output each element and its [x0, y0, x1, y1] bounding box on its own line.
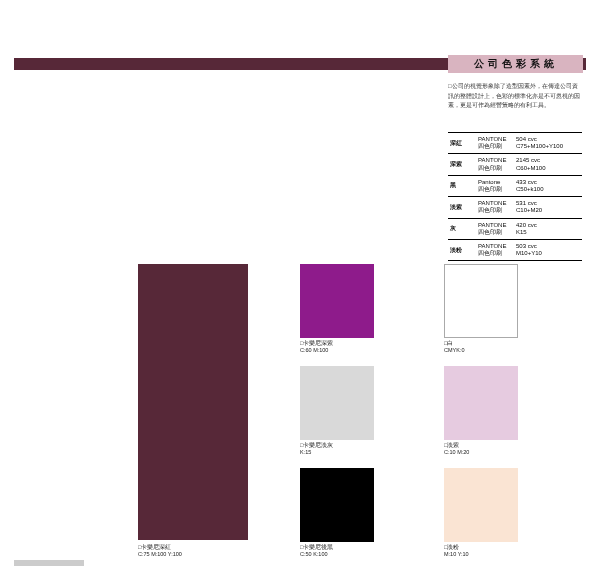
- table-row: 深紫 PANTONE四色印刷 2145 cvcC60+M100: [448, 154, 582, 175]
- swatch-light-grey: □卡樂尼淡灰K:15: [300, 366, 374, 440]
- color-value: 433 cvcC50+k100: [516, 179, 580, 193]
- color-system: PANTONE四色印刷: [478, 136, 516, 150]
- color-system: Pantone四色印刷: [478, 179, 516, 193]
- intro-text: □公司的視覺形象除了造型因素外，在傳達公司資訊的整體設計上，色彩的標準化亦是不可…: [448, 82, 580, 111]
- footer-mark: [14, 560, 84, 566]
- swatch-box: [300, 264, 374, 338]
- swatch-box: [444, 468, 518, 542]
- swatch-deep-purple: □卡樂尼深紫C:60 M:100: [300, 264, 374, 338]
- swatch-label: □卡樂尼淡灰K:15: [300, 442, 374, 456]
- color-system: PANTONE四色印刷: [478, 222, 516, 236]
- color-value: 504 cvcC75+M100+Y100: [516, 136, 580, 150]
- color-spec-table: 深紅 PANTONE四色印刷 504 cvcC75+M100+Y100 深紫 P…: [448, 132, 582, 261]
- color-name: 淡紫: [450, 203, 478, 212]
- swatch-label: □卡樂尼深紫C:60 M:100: [300, 340, 374, 354]
- swatch-box: [300, 366, 374, 440]
- color-name: 淡粉: [450, 246, 478, 255]
- swatch-label: □卡樂尼後黑C:50 K:100: [300, 544, 374, 558]
- color-system: PANTONE四色印刷: [478, 243, 516, 257]
- table-row: 淡紫 PANTONE四色印刷 531 cvcC10+M20: [448, 197, 582, 218]
- page-title: 公司色彩系統: [474, 57, 558, 71]
- color-system: PANTONE四色印刷: [478, 200, 516, 214]
- color-name: 深紫: [450, 160, 478, 169]
- color-value: 503 cvcM10+Y10: [516, 243, 580, 257]
- swatch-box: [444, 264, 518, 338]
- table-row: 深紅 PANTONE四色印刷 504 cvcC75+M100+Y100: [448, 133, 582, 154]
- swatch-white: □白CMYK:0: [444, 264, 518, 338]
- page-title-box: 公司色彩系統: [448, 55, 583, 73]
- color-name: 深紅: [450, 139, 478, 148]
- color-name: 灰: [450, 224, 478, 233]
- swatch-label: □淡粉M:10 Y:10: [444, 544, 518, 558]
- swatch-box: [444, 366, 518, 440]
- swatch-label: □淡紫C:10 M:20: [444, 442, 518, 456]
- swatch-black: □卡樂尼後黑C:50 K:100: [300, 468, 374, 542]
- color-name: 黑: [450, 181, 478, 190]
- swatch-deep-red: [138, 264, 248, 540]
- swatch-box: [300, 468, 374, 542]
- table-row: 灰 PANTONE四色印刷 420 cvcK15: [448, 219, 582, 240]
- color-value: 420 cvcK15: [516, 222, 580, 236]
- swatch-light-purple: □淡紫C:10 M:20: [444, 366, 518, 440]
- color-value: 2145 cvcC60+M100: [516, 157, 580, 171]
- swatch-label: □卡樂尼深紅C:75 M:100 Y:100: [138, 544, 182, 557]
- table-row: 黑 Pantone四色印刷 433 cvcC50+k100: [448, 176, 582, 197]
- table-row: 淡粉 PANTONE四色印刷 503 cvcM10+Y10: [448, 240, 582, 261]
- color-value: 531 cvcC10+M20: [516, 200, 580, 214]
- swatch-light-pink: □淡粉M:10 Y:10: [444, 468, 518, 542]
- color-system: PANTONE四色印刷: [478, 157, 516, 171]
- swatch-label: □白CMYK:0: [444, 340, 518, 354]
